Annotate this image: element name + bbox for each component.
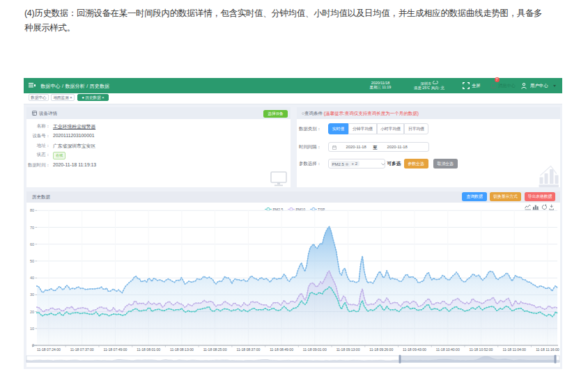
svg-text:11-18 07:49:00: 11-18 07:49:00 bbox=[104, 347, 127, 352]
svg-text:11-18 07:24:00: 11-18 07:24:00 bbox=[37, 347, 61, 352]
svg-text:11-18 10:52:00: 11-18 10:52:00 bbox=[470, 347, 493, 352]
svg-text:10: 10 bbox=[30, 327, 34, 331]
svg-text:11-18 07:37:00: 11-18 07:37:00 bbox=[70, 347, 94, 352]
svg-text:11-18 11:04:00: 11-18 11:04:00 bbox=[502, 347, 526, 352]
svg-text:80: 80 bbox=[30, 208, 34, 212]
svg-text:60: 60 bbox=[30, 242, 34, 246]
svg-text:40: 40 bbox=[30, 276, 34, 280]
svg-text:11-18 08:13:00: 11-18 08:13:00 bbox=[170, 347, 194, 352]
svg-text:11-18 09:43:00: 11-18 09:43:00 bbox=[403, 347, 426, 352]
svg-text:11-18 10:40:00: 11-18 10:40:00 bbox=[436, 347, 460, 352]
svg-text:11-18 11:16:00: 11-18 11:16:00 bbox=[536, 347, 559, 352]
svg-text:11-18 08:01:00: 11-18 08:01:00 bbox=[137, 347, 160, 352]
svg-text:11-18 08:25:00: 11-18 08:25:00 bbox=[203, 347, 227, 352]
svg-text:11-18 08:37:00: 11-18 08:37:00 bbox=[236, 347, 260, 352]
svg-text:50: 50 bbox=[30, 259, 34, 263]
svg-text:11-18 09:26:00: 11-18 09:26:00 bbox=[369, 347, 393, 352]
svg-text:20: 20 bbox=[30, 310, 34, 314]
svg-text:70: 70 bbox=[30, 226, 34, 230]
svg-text:11-18 08:49:00: 11-18 08:49:00 bbox=[270, 347, 293, 352]
svg-text:0: 0 bbox=[32, 343, 34, 347]
svg-text:30: 30 bbox=[30, 292, 34, 297]
svg-text:11-18 09:01:00: 11-18 09:01:00 bbox=[303, 347, 327, 352]
svg-text:11-18 09:13:00: 11-18 09:13:00 bbox=[336, 347, 360, 352]
